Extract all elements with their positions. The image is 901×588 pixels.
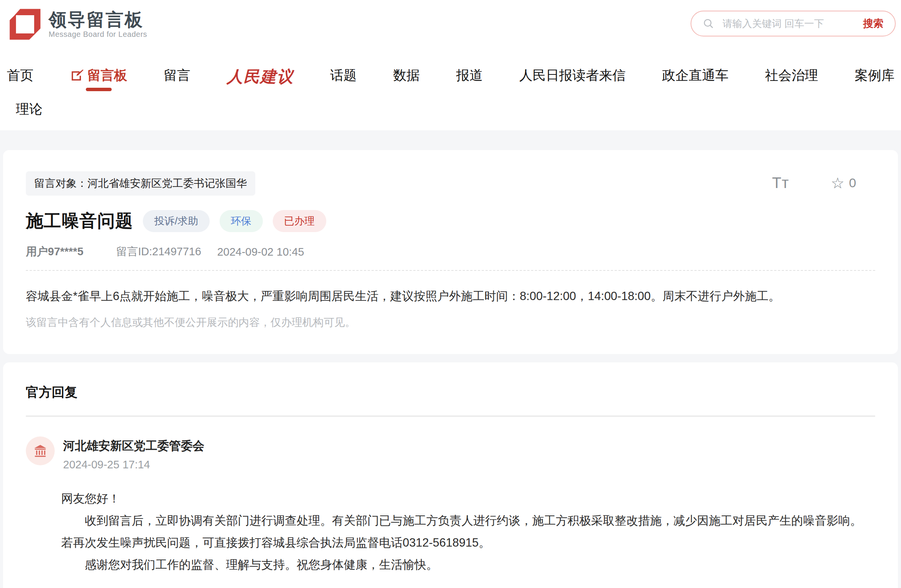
- search-button[interactable]: 搜索: [863, 17, 884, 30]
- nav-item-gov-enterprise[interactable]: 政企直通车: [662, 63, 729, 91]
- message-target-badge: 留言对象：河北省雄安新区党工委书记张国华: [26, 171, 255, 196]
- nav-item-theory[interactable]: 理论: [16, 96, 43, 125]
- user-name: 用户97****5: [26, 244, 84, 259]
- tag-category: 投诉/求助: [143, 210, 210, 232]
- favorite-control[interactable]: ☆ 0: [831, 175, 856, 191]
- font-size-icon[interactable]: Tт: [772, 174, 789, 191]
- org-avatar: [26, 436, 55, 465]
- site-subtitle: Message Board for Leaders: [49, 30, 147, 39]
- active-underline: [86, 88, 112, 91]
- section-divider: [26, 416, 875, 417]
- message-card: 留言对象：河北省雄安新区党工委书记张国华 Tт ☆ 0 施工噪音问题 投诉/求助…: [3, 150, 898, 354]
- nav-item-messages[interactable]: 留言: [164, 63, 190, 91]
- message-content: 容城县金*雀早上6点就开始施工，噪音极大，严重影响周围居民生活，建议按照户外施工…: [26, 288, 875, 305]
- message-datetime: 2024-09-02 10:45: [217, 246, 304, 258]
- nav-item-message-board[interactable]: 留言板: [70, 63, 127, 91]
- reply-paragraph: 网友您好！: [61, 488, 868, 510]
- official-reply-card: 官方回复 河北雄安新区党工委管委会 2024-09-25 17:14: [3, 362, 898, 588]
- star-icon: ☆: [831, 175, 844, 191]
- nav-row-2: 理论: [7, 96, 901, 125]
- privacy-note: 该留言中含有个人信息或其他不便公开展示的内容，仅办理机构可见。: [26, 315, 875, 330]
- nav-item-reports[interactable]: 报道: [456, 63, 483, 91]
- main-content: 留言对象：河北省雄安新区党工委书记张国华 Tт ☆ 0 施工噪音问题 投诉/求助…: [0, 130, 901, 588]
- org-name: 河北雄安新区党工委管委会: [63, 438, 204, 454]
- favorite-count: 0: [849, 175, 856, 190]
- tag-field: 环保: [220, 210, 263, 232]
- search-icon: [703, 18, 714, 29]
- site-logo[interactable]: 领导留言板 Message Board for Leaders: [8, 7, 147, 42]
- search-input[interactable]: [722, 18, 863, 30]
- board-pencil-icon: [70, 68, 84, 82]
- reply-body: 网友您好！ 收到留言后，立即协调有关部门进行调查处理。有关部门已与施工方负责人进…: [26, 488, 875, 576]
- main-nav: 首页 留言板 留言 人民建议 话题 数据 报道 人民日报读者来信 政企直通车 社…: [0, 60, 901, 130]
- nav-item-reader-letters[interactable]: 人民日报读者来信: [519, 63, 626, 91]
- nav-item-topics[interactable]: 话题: [330, 63, 357, 91]
- header: 领导留言板 Message Board for Leaders 搜索: [0, 0, 901, 60]
- government-building-icon: [33, 443, 48, 458]
- reply-datetime: 2024-09-25 17:14: [63, 458, 204, 471]
- logo-icon: [8, 7, 43, 42]
- nav-item-home[interactable]: 首页: [7, 63, 33, 91]
- nav-item-data[interactable]: 数据: [393, 63, 420, 91]
- site-title: 领导留言板: [49, 10, 147, 30]
- nav-item-social-governance[interactable]: 社会治理: [765, 63, 818, 91]
- reply-paragraph: 感谢您对我们工作的监督、理解与支持。祝您身体健康，生活愉快。: [61, 554, 868, 576]
- message-title: 施工噪音问题: [26, 209, 133, 233]
- reply-paragraph: 收到留言后，立即协调有关部门进行调查处理。有关部门已与施工方负责人进行约谈，施工…: [61, 510, 868, 554]
- message-id: 留言ID:21497716: [116, 244, 201, 259]
- search-bar[interactable]: 搜索: [691, 11, 896, 36]
- dashed-divider: [26, 270, 875, 271]
- nav-row-1: 首页 留言板 留言 人民建议 话题 数据 报道 人民日报读者来信 政企直通车 社…: [7, 62, 901, 91]
- nav-item-case-library[interactable]: 案例库: [855, 63, 895, 91]
- nav-item-people-suggestions[interactable]: 人民建议: [227, 62, 294, 91]
- reply-section-title: 官方回复: [26, 384, 875, 401]
- tag-status: 已办理: [273, 210, 326, 232]
